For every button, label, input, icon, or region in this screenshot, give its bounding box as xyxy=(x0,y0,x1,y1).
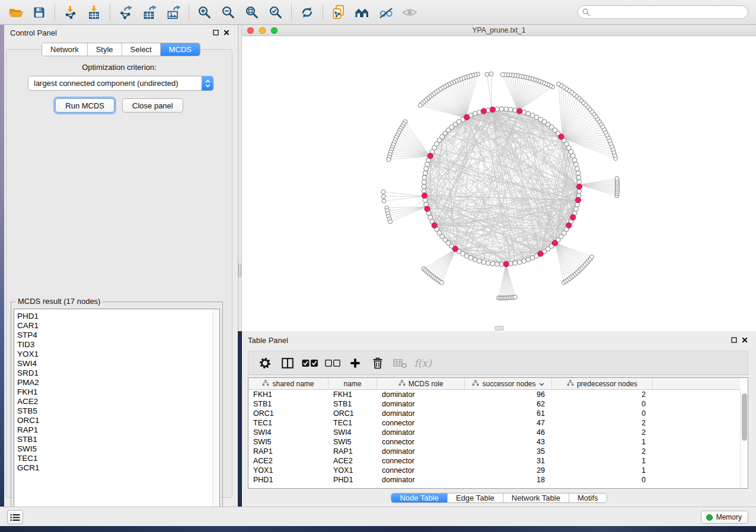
table-row[interactable]: SWI4SWI4dominator462 xyxy=(248,428,740,437)
float-panel-icon[interactable] xyxy=(210,27,221,38)
scrollbar-thumb[interactable] xyxy=(742,393,747,441)
select-all-icon[interactable] xyxy=(301,354,320,373)
close-panel-icon[interactable] xyxy=(221,27,232,38)
cell-predecessor-nodes: 1 xyxy=(552,456,653,466)
list-item[interactable]: STB1 xyxy=(17,435,212,444)
list-item[interactable]: RAP1 xyxy=(17,425,212,435)
tab-style[interactable]: Style xyxy=(87,43,122,56)
table-row[interactable]: ACE2ACE2connector311 xyxy=(248,456,740,466)
toolbar-separator xyxy=(55,4,55,21)
import-network-icon[interactable] xyxy=(59,2,82,23)
table-scrollbar[interactable] xyxy=(740,390,748,488)
list-item[interactable]: PMA2 xyxy=(17,378,212,387)
import-table-icon[interactable] xyxy=(82,2,106,23)
table-row[interactable]: PHD1PHD1dominator180 xyxy=(248,475,740,485)
close-panel-button[interactable]: Close panel xyxy=(122,98,183,113)
save-session-icon[interactable] xyxy=(27,2,51,23)
list-item[interactable]: STP4 xyxy=(17,331,212,340)
column-header-successor-nodes[interactable]: successor nodes xyxy=(465,378,552,389)
open-network-icon[interactable] xyxy=(4,2,27,23)
node-table: shared namenameMCDS rolesuccessor nodesp… xyxy=(248,377,748,489)
table-row[interactable]: YOX1YOX1connector291 xyxy=(248,466,740,475)
column-label: name xyxy=(343,380,361,388)
deselect-all-icon[interactable] xyxy=(323,354,342,373)
delete-selected-icon[interactable] xyxy=(368,354,387,373)
zoom-selected-icon[interactable] xyxy=(264,2,288,23)
float-table-panel-icon[interactable] xyxy=(729,335,739,345)
column-header-predecessor-nodes[interactable]: predecessor nodes xyxy=(552,378,653,389)
table-row[interactable]: SWI5SWI5connector431 xyxy=(248,437,740,447)
control-panel-tabs: NetworkStyleSelectMCDS xyxy=(42,43,200,56)
criterion-dropdown[interactable]: largest connected component (undirected) xyxy=(28,76,213,91)
cell-shared-name: TEC1 xyxy=(248,418,328,428)
tab-network[interactable]: Network xyxy=(42,43,87,56)
list-item[interactable]: TEC1 xyxy=(17,454,212,463)
column-header-shared-name[interactable]: shared name xyxy=(248,378,328,389)
toolbar-separator xyxy=(323,4,323,21)
tab-mcds[interactable]: MCDS xyxy=(160,43,200,56)
list-item[interactable]: SWI4 xyxy=(17,359,212,368)
status-bar: Memory xyxy=(0,507,756,526)
list-item[interactable]: PHD1 xyxy=(17,312,212,321)
network-canvas[interactable] xyxy=(242,36,756,331)
export-image-icon[interactable] xyxy=(161,2,185,23)
list-item[interactable]: STB5 xyxy=(17,406,212,416)
window-close-icon[interactable] xyxy=(247,27,254,34)
cell-name: FKH1 xyxy=(328,390,377,399)
tab-select[interactable]: Select xyxy=(122,43,160,56)
refresh-layout-icon[interactable] xyxy=(295,2,319,23)
cell-name: ORC1 xyxy=(328,409,377,418)
create-column-icon[interactable] xyxy=(346,354,365,373)
list-item[interactable]: GCR1 xyxy=(17,463,212,473)
list-item[interactable]: ACE2 xyxy=(17,397,212,406)
table-row[interactable]: ORC1ORC1dominator610 xyxy=(248,409,740,418)
table-row[interactable]: TEC1TEC1connector472 xyxy=(248,418,740,428)
task-history-icon[interactable] xyxy=(7,510,23,524)
list-item[interactable]: ORC1 xyxy=(17,416,212,425)
window-zoom-icon[interactable] xyxy=(271,27,277,34)
zoom-in-icon[interactable] xyxy=(193,2,216,23)
list-item[interactable]: FKH1 xyxy=(17,387,212,397)
column-header-MCDS-role[interactable]: MCDS role xyxy=(377,378,465,389)
list-scrollbar-track[interactable] xyxy=(212,310,219,518)
list-item[interactable]: CAR1 xyxy=(17,321,212,331)
table-row[interactable]: RAP1RAP1dominator352 xyxy=(248,447,740,456)
hide-graphics-details-icon[interactable] xyxy=(374,2,398,23)
panel-split-divider[interactable] xyxy=(238,25,242,331)
table-row[interactable]: FKH1FKH1dominator962 xyxy=(248,390,740,399)
clone-network-icon[interactable] xyxy=(327,2,350,23)
close-table-panel-icon[interactable] xyxy=(739,335,750,345)
cell-successor-nodes: 96 xyxy=(465,390,552,399)
run-mcds-button[interactable]: Run MCDS xyxy=(55,98,114,113)
memory-button[interactable]: Memory xyxy=(701,511,748,524)
list-item[interactable]: YOX1 xyxy=(17,350,212,359)
list-item[interactable]: TID3 xyxy=(17,340,212,350)
list-item[interactable]: SWI5 xyxy=(17,444,212,454)
column-header-name[interactable]: name xyxy=(328,378,377,389)
namespace-icon xyxy=(472,380,479,388)
first-neighbors-icon[interactable] xyxy=(350,2,374,23)
tab-network-table[interactable]: Network Table xyxy=(503,493,569,502)
toggle-column-panel-icon[interactable] xyxy=(278,354,297,373)
export-table-icon[interactable] xyxy=(138,2,161,23)
cell-MCDS-role: connector xyxy=(377,466,465,475)
optimization-criterion-label: Optimization criterion: xyxy=(7,63,232,72)
memory-label: Memory xyxy=(716,513,742,521)
table-settings-icon[interactable] xyxy=(256,354,275,373)
cell-name: STB1 xyxy=(328,399,377,409)
search-input[interactable] xyxy=(592,7,748,18)
tab-node-table[interactable]: Node Table xyxy=(391,493,447,502)
list-item[interactable]: SRD1 xyxy=(17,368,212,378)
zoom-fit-icon[interactable] xyxy=(240,2,264,23)
table-row[interactable]: STB1STB1dominator620 xyxy=(248,399,740,409)
split-pane-grip[interactable] xyxy=(495,326,503,331)
divider-grip[interactable] xyxy=(238,264,241,277)
export-network-icon[interactable] xyxy=(114,2,138,23)
cell-name: SWI4 xyxy=(328,428,377,437)
tab-motifs[interactable]: Motifs xyxy=(569,493,607,502)
window-minimize-icon[interactable] xyxy=(259,27,266,34)
zoom-out-icon[interactable] xyxy=(216,2,240,23)
desktop-wallpaper-bottom xyxy=(0,526,756,532)
cell-MCDS-role: dominator xyxy=(377,428,465,437)
tab-edge-table[interactable]: Edge Table xyxy=(447,493,503,502)
